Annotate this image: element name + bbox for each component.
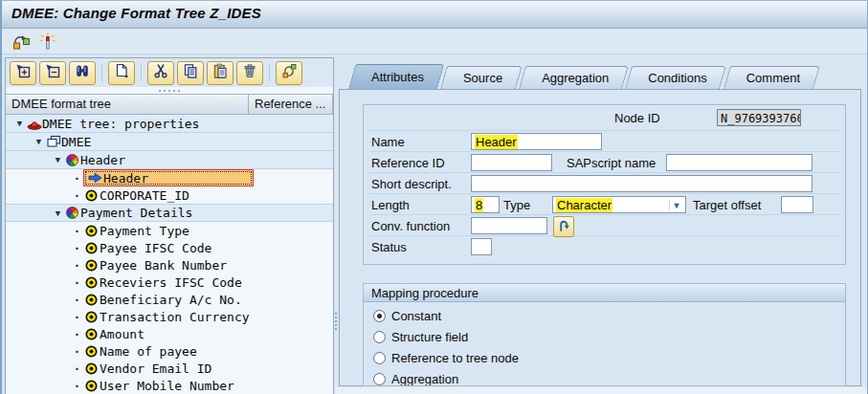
leaf-bullet: · (71, 361, 83, 376)
radio-option-structure-field[interactable]: Structure field (373, 330, 845, 344)
radio-label: Constant (391, 309, 441, 323)
collapse-button[interactable] (39, 61, 66, 85)
dot-icon (83, 311, 100, 323)
toolbar-separator (141, 64, 142, 81)
radio-option-reference-to-tree-node[interactable]: Reference to tree node (373, 351, 845, 365)
tree-node-header[interactable]: ·Header (6, 169, 333, 186)
tree-node-header[interactable]: ▼Header (6, 151, 333, 169)
tab-label: Comment (746, 71, 800, 85)
conversion-function-icon[interactable] (553, 216, 574, 237)
target-offset-field[interactable] (781, 196, 813, 213)
expand-triangle-icon[interactable]: ▼ (33, 137, 45, 146)
tab-attributes[interactable]: Attributes (348, 64, 437, 89)
column-header-reference[interactable]: Reference ... (248, 94, 333, 115)
tab-comment[interactable]: Comment (723, 66, 813, 89)
format-tree-panel: DMEE format tree Reference ... ▼DMEE tre… (5, 57, 334, 394)
tree-node-amount[interactable]: ·Amount (6, 325, 333, 342)
tree-node-payee-bank-number[interactable]: ·Payee Bank Number (6, 256, 333, 274)
reassign-button[interactable] (276, 61, 302, 85)
paste-icon (212, 63, 228, 82)
tree-node-payment-type[interactable]: ·Payment Type (6, 222, 333, 239)
find-icon (75, 63, 90, 82)
tab-strip: AttributesSourceAggregationConditionsCom… (348, 64, 816, 89)
tree-node-label: Vendor Email ID (100, 361, 211, 376)
tree-node-vendor-email-id[interactable]: ·Vendor Email ID (6, 360, 333, 377)
panel-splitter-handle[interactable] (334, 313, 338, 334)
page-title: DMEE: Change Format Tree Z_IDES (11, 5, 261, 21)
format-tree-icon[interactable] (11, 33, 31, 50)
leaf-bullet: · (71, 327, 83, 341)
expand-triangle-icon[interactable]: ▼ (52, 155, 64, 164)
tree-node-dmee-tree-properties[interactable]: ▼DMEE tree: properties (6, 115, 333, 133)
copy-button[interactable] (177, 61, 204, 85)
leaf-bullet: · (71, 293, 83, 307)
tree-node-payee-ifsc-code[interactable]: ·Payee IFSC Code (6, 239, 333, 256)
toolbar-drag-handle[interactable] (6, 87, 333, 94)
radio-button-icon[interactable] (373, 331, 386, 343)
conv-function-field[interactable] (471, 217, 547, 234)
tree-column-headers: DMEE format tree Reference ... (6, 94, 333, 115)
mapping-procedure-title: Mapping procedure (364, 284, 845, 302)
tree-node-label: Amount (100, 327, 145, 341)
title-bar: DMEE: Change Format Tree Z_IDES (2, 1, 867, 29)
arrow-icon (87, 172, 103, 184)
column-header-format-tree[interactable]: DMEE format tree (6, 94, 249, 115)
sapscript-name-field[interactable] (666, 154, 812, 171)
tab-aggregation[interactable]: Aggregation (519, 66, 622, 89)
node-attributes-group: Node ID N_9769393760 Name Header Referen… (363, 104, 846, 265)
paste-button[interactable] (207, 61, 234, 85)
mapping-procedure-options: ConstantStructure fieldReference to tree… (364, 309, 845, 386)
tree-node-corporate-id[interactable]: ·CORPORATE_ID (6, 186, 333, 204)
tree-node-label: DMEE tree: properties (42, 117, 199, 131)
tab-conditions[interactable]: Conditions (625, 66, 720, 89)
leaf-bullet: · (71, 224, 83, 238)
dropdown-arrow-icon[interactable]: ▼ (669, 201, 683, 210)
dot-icon (83, 380, 100, 392)
create-button[interactable] (108, 61, 135, 85)
tree-node-dmee[interactable]: ▼DMEE (6, 133, 333, 151)
delete-button[interactable] (236, 61, 263, 85)
length-field[interactable]: 8 (471, 196, 500, 213)
radio-button-icon[interactable] (373, 373, 386, 385)
tree-node-transaction-currency[interactable]: ·Transaction Currency (6, 308, 333, 325)
expand-button[interactable] (10, 61, 36, 85)
conv-function-label: Conv. function (371, 219, 450, 233)
tree-node-label: Payment Details (80, 206, 192, 220)
tree-node-beneficiary-a-c-no[interactable]: ·Beneficiary A/c No. (6, 291, 333, 308)
radio-button-icon[interactable] (373, 352, 386, 364)
expand-triangle-icon[interactable]: ▼ (13, 119, 26, 128)
radio-button-icon[interactable] (373, 310, 386, 322)
radio-option-constant[interactable]: Constant (373, 309, 845, 323)
radio-label: Structure field (391, 330, 468, 344)
leaf-bullet: · (71, 258, 83, 273)
expand-triangle-icon[interactable]: ▼ (52, 208, 64, 218)
create-icon (114, 63, 129, 82)
radio-option-aggregation[interactable]: Aggregation (373, 372, 845, 386)
tree-node-receviers-ifsc-code[interactable]: ·Receviers IFSC Code (6, 274, 333, 291)
selected-node-highlight[interactable]: Header (83, 169, 254, 186)
bottom-strip (336, 387, 868, 394)
tree-node-payment-details[interactable]: ▼Payment Details (6, 204, 333, 222)
tree-node-label: Transaction Currency (100, 310, 250, 324)
name-field[interactable]: Header (471, 133, 602, 150)
dot-icon (83, 225, 100, 237)
reassign-icon (281, 63, 297, 82)
find-button[interactable] (69, 61, 96, 85)
tree-node-user-mobile-number[interactable]: ·User Mobile Number (6, 377, 333, 394)
short-descript-field[interactable] (471, 175, 812, 192)
length-label: Length (371, 198, 410, 212)
tree-node-name-of-payee[interactable]: ·Name of payee (6, 342, 333, 360)
dot-icon (83, 345, 100, 358)
tab-source[interactable]: Source (440, 66, 516, 89)
focus-icon[interactable] (38, 33, 57, 50)
status-label: Status (371, 240, 407, 254)
toolbar-separator (101, 64, 102, 81)
node-id-field: N_9769393760 (717, 109, 801, 126)
tab-label: Attributes (371, 70, 424, 84)
tab-label: Source (463, 71, 502, 85)
reference-id-field[interactable] (471, 154, 552, 171)
cut-button[interactable] (147, 61, 174, 85)
radio-label: Reference to tree node (391, 351, 519, 365)
type-dropdown[interactable]: Character ▼ (552, 196, 686, 213)
status-field[interactable] (471, 238, 492, 255)
